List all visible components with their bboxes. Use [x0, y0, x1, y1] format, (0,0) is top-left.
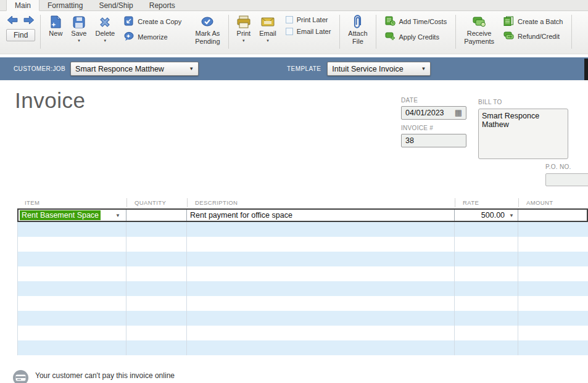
rate-cell-empty[interactable]	[455, 281, 518, 296]
item-cell-empty[interactable]	[17, 252, 126, 266]
item-cell-empty[interactable]	[17, 266, 126, 281]
email-later-checkbox[interactable]	[286, 28, 293, 35]
print-later-option[interactable]: Print Later	[286, 16, 331, 23]
quantity-cell-empty[interactable]	[126, 266, 187, 281]
table-row-empty[interactable]	[17, 340, 588, 355]
email-dropdown-caret[interactable]: ▾	[267, 38, 269, 43]
print-later-checkbox[interactable]	[286, 16, 293, 23]
rate-cell-empty[interactable]	[455, 266, 518, 281]
rate-cell-empty[interactable]	[455, 311, 518, 326]
rate-cell-empty[interactable]	[455, 237, 518, 252]
description-cell-empty[interactable]	[187, 266, 455, 281]
new-button[interactable]: New	[49, 14, 62, 38]
print-button[interactable]: Print ▾	[237, 14, 251, 43]
table-row-empty[interactable]	[17, 296, 588, 311]
table-row-empty[interactable]	[17, 237, 588, 252]
po-number-field[interactable]	[545, 173, 588, 186]
create-batch-button[interactable]: Create a Batch	[503, 16, 563, 27]
template-dropdown[interactable]: Intuit Service Invoice ▼	[327, 62, 431, 76]
item-cell-empty[interactable]	[17, 222, 126, 237]
amount-cell-empty[interactable]	[518, 222, 588, 237]
save-button[interactable]: Save ▾	[71, 14, 86, 43]
description-cell-empty[interactable]	[187, 281, 455, 296]
quantity-cell-empty[interactable]	[126, 340, 187, 355]
rate-cell-empty[interactable]	[455, 326, 518, 340]
amount-cell-empty[interactable]	[518, 281, 588, 296]
calendar-icon[interactable]: ▦	[455, 109, 462, 117]
table-row-empty[interactable]	[17, 281, 588, 296]
tab-send-ship[interactable]: Send/Ship	[91, 0, 141, 10]
bill-to-label: BILL TO	[478, 99, 568, 105]
description-cell-empty[interactable]	[187, 237, 455, 252]
email-later-option[interactable]: Email Later	[286, 28, 331, 35]
amount-cell-empty[interactable]	[518, 340, 588, 355]
quantity-cell[interactable]	[126, 210, 187, 221]
quantity-cell-empty[interactable]	[126, 237, 187, 252]
item-cell-empty[interactable]	[17, 281, 126, 296]
forward-arrow-icon[interactable]	[23, 15, 34, 27]
tab-formatting[interactable]: Formatting	[39, 0, 91, 10]
quantity-cell-empty[interactable]	[126, 296, 187, 311]
description-cell-empty[interactable]	[187, 326, 455, 340]
item-dropdown-caret[interactable]: ▼	[115, 213, 120, 218]
amount-cell[interactable]	[518, 210, 587, 221]
apply-credits-button[interactable]: Apply Credits	[385, 31, 447, 42]
description-cell-empty[interactable]	[187, 311, 455, 326]
description-cell[interactable]: Rent payment for office space	[187, 210, 455, 221]
item-cell-empty[interactable]	[17, 296, 126, 311]
find-button[interactable]: Find	[6, 29, 35, 41]
receive-payments-button[interactable]: Receive Payments	[464, 14, 494, 46]
table-row-empty[interactable]	[17, 266, 588, 281]
quantity-cell-empty[interactable]	[126, 222, 187, 237]
item-cell-empty[interactable]	[17, 340, 126, 355]
quantity-cell-empty[interactable]	[126, 311, 187, 326]
description-cell-empty[interactable]	[187, 340, 455, 355]
rate-cell-empty[interactable]	[455, 252, 518, 266]
memorize-button[interactable]: Memorize	[124, 31, 181, 43]
amount-cell-empty[interactable]	[518, 252, 588, 266]
table-row-empty[interactable]	[17, 311, 588, 326]
date-field[interactable]: 04/01/2023 ▦	[401, 106, 466, 120]
rate-cell[interactable]: 500.00 ▼	[455, 210, 518, 221]
table-row-empty[interactable]	[17, 222, 588, 237]
delete-button[interactable]: Delete ▾	[95, 14, 115, 43]
quantity-cell-empty[interactable]	[126, 252, 187, 266]
customer-job-dropdown[interactable]: Smart Responce Matthew ▼	[70, 62, 199, 76]
amount-cell-empty[interactable]	[518, 296, 588, 311]
description-cell-empty[interactable]	[187, 296, 455, 311]
tab-main[interactable]: Main	[6, 0, 39, 11]
description-cell-empty[interactable]	[187, 222, 455, 237]
attach-file-button[interactable]: Attach File	[348, 14, 367, 46]
invoice-number-field[interactable]: 38	[401, 134, 466, 147]
description-cell-empty[interactable]	[187, 252, 455, 266]
amount-cell-empty[interactable]	[518, 266, 588, 281]
create-copy-button[interactable]: Create a Copy	[124, 16, 181, 27]
back-arrow-icon[interactable]	[7, 15, 18, 27]
rate-cell-empty[interactable]	[455, 296, 518, 311]
print-dropdown-caret[interactable]: ▾	[242, 38, 245, 43]
delete-dropdown-caret[interactable]: ▾	[104, 38, 107, 43]
table-row-empty[interactable]	[17, 252, 588, 266]
save-dropdown-caret[interactable]: ▾	[78, 38, 80, 43]
mark-as-pending-button[interactable]: Mark As Pending	[195, 14, 220, 46]
line-item-table: ITEM QUANTITY DESCRIPTION RATE AMOUNT Re…	[17, 197, 588, 355]
rate-dropdown-caret[interactable]: ▼	[509, 213, 514, 218]
rate-cell-empty[interactable]	[455, 340, 518, 355]
tab-reports[interactable]: Reports	[141, 0, 183, 10]
add-time-costs-button[interactable]: Add Time/Costs	[385, 16, 447, 27]
quantity-cell-empty[interactable]	[126, 281, 187, 296]
amount-cell-empty[interactable]	[518, 326, 588, 340]
item-cell-empty[interactable]	[17, 326, 126, 340]
quantity-cell-empty[interactable]	[126, 326, 187, 340]
email-button[interactable]: Email ▾	[259, 14, 276, 43]
bill-to-box[interactable]: Smart Responce Mathew	[478, 109, 568, 159]
amount-cell-empty[interactable]	[518, 311, 588, 326]
table-row-empty[interactable]	[17, 326, 588, 340]
amount-cell-empty[interactable]	[518, 237, 588, 252]
item-value[interactable]: Rent Basement Space	[20, 210, 101, 220]
item-cell[interactable]: Rent Basement Space ▼	[19, 210, 126, 221]
rate-cell-empty[interactable]	[455, 222, 518, 237]
refund-credit-button[interactable]: Refund/Credit	[503, 31, 563, 41]
item-cell-empty[interactable]	[17, 311, 126, 326]
item-cell-empty[interactable]	[17, 237, 126, 252]
